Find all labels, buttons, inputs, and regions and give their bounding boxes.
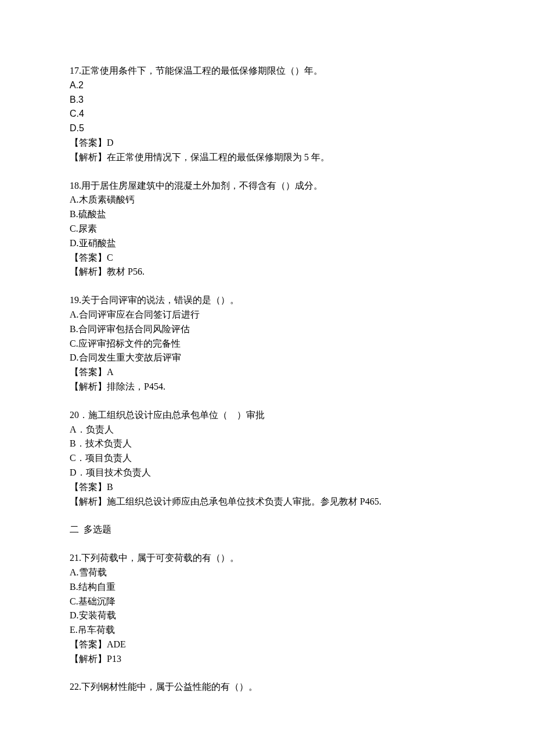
option-b: B.硫酸盐 (70, 207, 464, 222)
option-a: A.2 (70, 78, 464, 93)
option-a: A.木质素磺酸钙 (70, 193, 464, 207)
option-a: A.雪荷载 (70, 566, 464, 580)
answer-line: 【答案】A (70, 365, 464, 380)
question-stem: 22.下列钢材性能中，属于公益性能的有（）。 (70, 680, 464, 694)
option-c: C.尿素 (70, 222, 464, 236)
option-c: C.应评审招标文件的完备性 (70, 337, 464, 351)
option-e: E.吊车荷载 (70, 623, 464, 638)
option-b: B．技术负责人 (70, 437, 464, 451)
option-d: D.安装荷载 (70, 609, 464, 623)
question-20: 20．施工组织总设计应由总承包单位（ ）审批 A．负责人 B．技术负责人 C．项… (70, 408, 464, 509)
answer-line: 【答案】C (70, 251, 464, 265)
option-d: D．项目技术负责人 (70, 466, 464, 480)
option-d: D.合同发生重大变故后评审 (70, 351, 464, 365)
option-c: C.基础沉降 (70, 595, 464, 609)
option-b: B.3 (70, 93, 464, 107)
question-18: 18.用于居住房屋建筑中的混凝土外加剂，不得含有（）成分。 A.木质素磺酸钙 B… (70, 179, 464, 280)
option-a: A．负责人 (70, 423, 464, 437)
question-stem: 20．施工组织总设计应由总承包单位（ ）审批 (70, 408, 464, 423)
answer-line: 【答案】ADE (70, 638, 464, 652)
explanation-line: 【解析】排除法，P454. (70, 380, 464, 394)
explanation-line: 【解析】P13 (70, 652, 464, 667)
question-stem: 18.用于居住房屋建筑中的混凝土外加剂，不得含有（）成分。 (70, 179, 464, 193)
explanation-line: 【解析】教材 P56. (70, 265, 464, 279)
section-2-title: 二 多选题 (70, 523, 464, 537)
question-stem: 17.正常使用条件下，节能保温工程的最低保修期限位（）年。 (70, 64, 464, 78)
document-page: 17.正常使用条件下，节能保温工程的最低保修期限位（）年。 A.2 B.3 C.… (0, 0, 534, 756)
explanation-line: 【解析】施工组织总设计师应由总承包单位技术负责人审批。参见教材 P465. (70, 495, 464, 509)
option-b: B.合同评审包括合同风险评估 (70, 322, 464, 337)
question-21: 21.下列荷载中，属于可变荷载的有（）。 A.雪荷载 B.结构自重 C.基础沉降… (70, 551, 464, 666)
answer-line: 【答案】B (70, 480, 464, 495)
option-b: B.结构自重 (70, 580, 464, 595)
option-a: A.合同评审应在合同签订后进行 (70, 308, 464, 322)
question-stem: 19.关于合同评审的说法，错误的是（）。 (70, 293, 464, 308)
answer-line: 【答案】D (70, 136, 464, 150)
explanation-line: 【解析】在正常使用情况下，保温工程的最低保修期限为 5 年。 (70, 150, 464, 165)
option-d: D.5 (70, 121, 464, 136)
option-c: C.4 (70, 107, 464, 121)
option-c: C．项目负责人 (70, 451, 464, 466)
question-stem: 21.下列荷载中，属于可变荷载的有（）。 (70, 551, 464, 566)
option-d: D.亚硝酸盐 (70, 236, 464, 251)
question-22: 22.下列钢材性能中，属于公益性能的有（）。 (70, 680, 464, 694)
question-17: 17.正常使用条件下，节能保温工程的最低保修期限位（）年。 A.2 B.3 C.… (70, 64, 464, 165)
question-19: 19.关于合同评审的说法，错误的是（）。 A.合同评审应在合同签订后进行 B.合… (70, 293, 464, 394)
